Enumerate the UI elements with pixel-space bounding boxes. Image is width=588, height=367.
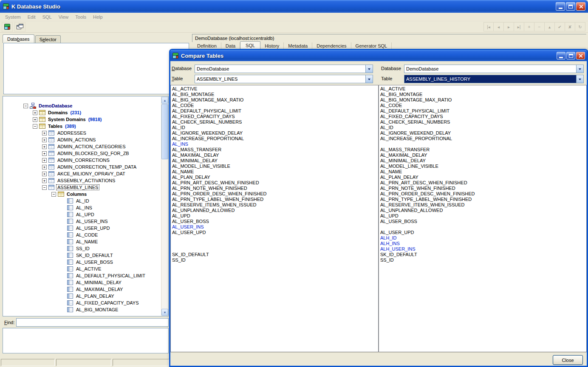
right-column-item[interactable]: AL_NAME	[379, 169, 586, 175]
app-shortcut-button[interactable]	[2, 22, 13, 32]
left-column-item[interactable]: AL_CODE	[171, 103, 378, 108]
right-column-item[interactable]: AL_PRN_TYPE_LABEL_WHEN_FINISHED	[379, 197, 586, 202]
left-columns-list[interactable]: AL_ACTIVEAL_BIG_MONTAGEAL_BIG_MONTAGE_MA…	[170, 85, 379, 352]
left-table-combo[interactable]: ASSEMBLY_LINES	[195, 75, 373, 83]
right-table-combo[interactable]: ASSEMBLY_LINES_HISTORY	[404, 75, 584, 83]
expand-icon[interactable]: +	[42, 172, 47, 176]
left-column-item[interactable]: AL_ACTIVE	[171, 86, 378, 92]
tree-item-al-id[interactable]: AL_ID	[3, 198, 161, 204]
last-record-button[interactable]: ▸|	[514, 22, 524, 31]
refresh-button[interactable]: ↻	[575, 22, 585, 31]
first-record-button[interactable]: |◂	[483, 22, 494, 31]
right-column-item[interactable]: AL_USER_BOSS	[379, 219, 586, 224]
left-column-item[interactable]: AL_UPD	[171, 213, 378, 219]
dialog-minimize-button[interactable]	[557, 52, 565, 59]
post-edit-button[interactable]: ✔	[555, 22, 565, 31]
menu-item-sql[interactable]: SQL	[39, 14, 55, 20]
left-empty-row[interactable]	[171, 241, 378, 246]
expand-icon[interactable]: +	[42, 131, 47, 136]
left-column-item[interactable]: AL_PLAN_DELAY	[171, 175, 378, 180]
expand-icon[interactable]: +	[42, 178, 47, 183]
right-column-item[interactable]: AL_RESERVE_ITEMS_WHEN_ISSUED	[379, 202, 586, 208]
right-column-item[interactable]: AL_BIG_MONTAGE	[379, 92, 586, 97]
tree-item-al-name[interactable]: AL_NAME	[3, 238, 161, 245]
left-column-item[interactable]: AL_CHECK_SERIAL_NUMBERS	[171, 119, 378, 125]
left-database-combo[interactable]: DemoDatabase	[195, 65, 373, 73]
tree-item-al-default-physical-limit[interactable]: AL_DEFAULT_PHYSICAL_LIMIT	[3, 272, 161, 279]
tree-item-al-big-montage[interactable]: AL_BIG_MONTAGE	[3, 306, 161, 313]
dialog-close-button[interactable]	[576, 52, 585, 59]
expand-icon[interactable]: +	[42, 138, 47, 142]
menu-item-help[interactable]: Help	[90, 14, 106, 20]
right-database-combo[interactable]: DemoDatabase	[404, 65, 584, 73]
edit-record-button[interactable]: ▴	[545, 22, 555, 31]
tree-item-al-code[interactable]: AL_CODE	[3, 231, 161, 238]
expand-icon[interactable]: +	[42, 151, 47, 156]
insert-record-button[interactable]: +	[524, 22, 534, 31]
collapse-icon[interactable]: −	[33, 124, 37, 129]
left-column-item[interactable]: AL_IGNORE_WEEKEND_DELAY	[171, 130, 378, 136]
database-listbox[interactable]	[3, 43, 189, 94]
left-column-item[interactable]: AL_NAME	[171, 169, 378, 175]
collapse-icon[interactable]: −	[42, 185, 47, 190]
tree-item-system-domains[interactable]: +System Domains(9818)	[3, 116, 161, 123]
right-column-item[interactable]: AL_MINIMAL_DELAY	[379, 158, 586, 164]
tree-item-al-upd[interactable]: AL_UPD	[3, 211, 161, 218]
left-column-item[interactable]: AL_FIXED_CAPACITY_DAYS	[171, 114, 378, 119]
left-column-item[interactable]: AL_USER_INS	[171, 224, 378, 230]
right-column-item[interactable]: AL_IGNORE_WEEKEND_DELAY	[379, 130, 586, 136]
right-column-item[interactable]: SS_ID	[379, 257, 586, 263]
find-input[interactable]	[16, 318, 169, 327]
left-column-item[interactable]: AL_RESERVE_ITEMS_WHEN_ISSUED	[171, 202, 378, 208]
right-column-item[interactable]: AL_PRN_ORDER_DESC_WHEN_FINISHED	[379, 191, 586, 197]
right-column-item[interactable]: AL_CODE	[379, 103, 586, 108]
right-column-item[interactable]: ALH_INS	[379, 241, 586, 246]
left-empty-row[interactable]	[171, 246, 378, 252]
right-column-item[interactable]: AL_UPD	[379, 213, 586, 219]
close-button[interactable]	[576, 2, 585, 11]
left-empty-row[interactable]	[171, 235, 378, 241]
tree-item-tables[interactable]: −Tables(389)	[3, 123, 161, 130]
tree-scrollbar[interactable]: ▲ ▼	[161, 96, 168, 316]
right-column-item[interactable]: AL_UNPLANNED_ALLOWED	[379, 208, 586, 213]
tree-item-addresses[interactable]: +ADDRESSES	[3, 130, 161, 136]
tree-item-assembly-activations[interactable]: +ASSEMBLY_ACTIVATIONS	[3, 177, 161, 184]
cancel-edit-button[interactable]: ✘	[565, 22, 575, 31]
tree-item-akce-miliony-opravy-dat[interactable]: +AKCE_MILIONY_OPRAVY_DAT	[3, 170, 161, 177]
tree-item-al-ins[interactable]: AL_INS	[3, 204, 161, 211]
right-column-item[interactable]: AL_MASS_TRANSFER	[379, 147, 586, 152]
right-column-item[interactable]: AL_DEFAULT_PHYSICAL_LIMIT	[379, 108, 586, 114]
left-column-item[interactable]: AL_MODEL_LINE_VISIBLE	[171, 164, 378, 169]
tree-item-admin-correction-temp-data[interactable]: +ADMIN_CORRECTION_TEMP_DATA	[3, 164, 161, 170]
right-column-item[interactable]: ALH_ID	[379, 235, 586, 241]
tab-databases[interactable]: Databases	[3, 34, 34, 43]
left-column-item[interactable]: AL_USER_BOSS	[171, 219, 378, 224]
left-column-item[interactable]: AL_BIG_MONTAGE	[171, 92, 378, 97]
tree-item-al-maximal-delay[interactable]: AL_MAXIMAL_DELAY	[3, 286, 161, 293]
delete-record-button[interactable]: −	[534, 22, 545, 31]
left-column-item[interactable]: AL_INCREASE_PROPORTIONAL	[171, 136, 378, 141]
right-column-item[interactable]: AL_PRN_ART_DESC_WHEN_FINISHED	[379, 180, 586, 186]
tree-item-al-active[interactable]: AL_ACTIVE	[3, 265, 161, 272]
right-column-item[interactable]: AL_USER_UPD	[379, 230, 586, 235]
expand-icon[interactable]: +	[42, 165, 47, 169]
tab-sql[interactable]: SQL	[240, 41, 260, 50]
tree-item-al-plan-delay[interactable]: AL_PLAN_DELAY	[3, 293, 161, 299]
dialog-maximize-button[interactable]	[566, 52, 575, 59]
right-column-item[interactable]: AL_MODEL_LINE_VISIBLE	[379, 164, 586, 169]
menu-item-system[interactable]: System	[2, 14, 24, 20]
right-column-item[interactable]: AL_INCREASE_PROPORTIONAL	[379, 136, 586, 141]
tree-item-al-user-ins[interactable]: AL_USER_INS	[3, 218, 161, 225]
minimize-button[interactable]	[556, 2, 565, 11]
expand-icon[interactable]: +	[42, 158, 47, 163]
tree-item-al-user-upd[interactable]: AL_USER_UPD	[3, 225, 161, 231]
right-column-item[interactable]: AL_PRN_NOTE_WHEN_FINISHED	[379, 186, 586, 191]
right-column-item[interactable]: AL_PLAN_DELAY	[379, 175, 586, 180]
menu-item-edit[interactable]: Edit	[24, 14, 39, 20]
left-column-item[interactable]: AL_USER_UPD	[171, 230, 378, 235]
menu-item-tools[interactable]: Tools	[72, 14, 90, 20]
next-record-button[interactable]: ▸	[504, 22, 514, 31]
expand-icon[interactable]: +	[33, 110, 37, 115]
left-column-item[interactable]: AL_MINIMAL_DELAY	[171, 158, 378, 164]
left-column-item[interactable]: AL_INS	[171, 141, 378, 147]
